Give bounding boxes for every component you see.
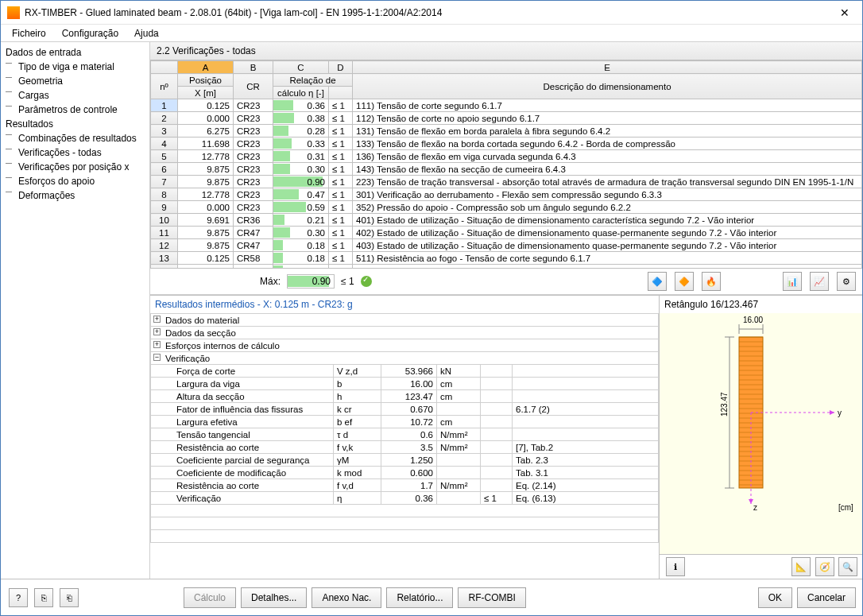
- cross-btn-2[interactable]: 🧭: [815, 557, 834, 576]
- footer: ? ⎘ ⎗ Cálculo Detalhes... Anexo Nac. Rel…: [1, 579, 862, 615]
- cancel-button[interactable]: Cancelar: [797, 587, 856, 608]
- info-icon[interactable]: ℹ: [666, 557, 685, 576]
- annex-button[interactable]: Anexo Nac.: [312, 587, 381, 608]
- tree-row[interactable]: Resistência ao cortef v,d1.7N/mm²Eq. (2.…: [151, 479, 659, 492]
- intermediate-panel: Resultados intermédios - X: 0.125 m - CR…: [150, 296, 660, 579]
- window-title: RX-TIMBER - Glued laminated beam - 2.08.…: [25, 7, 834, 18]
- cross-section-title: Retângulo 16/123.467: [660, 296, 862, 313]
- cross-section-panel: Retângulo 16/123.467 16.00 123.47: [660, 296, 862, 579]
- max-value: 0.90: [287, 274, 335, 289]
- sidebar-results-header: Resultados: [1, 117, 149, 131]
- table-row[interactable]: 79.875CR230.90≤ 1223) Tensão de tração t…: [151, 176, 862, 188]
- tree-row[interactable]: Altura da secçãoh123.47cm: [151, 390, 659, 403]
- main: 2.2 Verificações - todas ABCDE nºPosição…: [150, 42, 862, 579]
- calc-button[interactable]: Cálculo: [184, 587, 236, 608]
- menu-help[interactable]: Ajuda: [126, 26, 167, 41]
- max-label: Máx:: [260, 276, 281, 287]
- graph-btn[interactable]: 📊: [783, 272, 802, 291]
- svg-text:[cm]: [cm]: [838, 503, 853, 512]
- export-icon[interactable]: ⎘: [34, 588, 53, 607]
- close-icon[interactable]: ✕: [834, 5, 856, 21]
- tree-group[interactable]: +Esforços internos de cálculo: [151, 339, 659, 352]
- cross-section-canvas: 16.00 123.47 y z [cm]: [660, 313, 862, 554]
- sidebar: Dados de entrada Tipo de viga e material…: [1, 42, 150, 579]
- cross-btn-3[interactable]: 🔍: [838, 557, 857, 576]
- sidebar-item-input-1[interactable]: Geometria: [1, 74, 149, 88]
- tree-row[interactable]: Coeficiente de modificaçãok mod0.600Tab.…: [151, 467, 659, 479]
- sidebar-item-result-1[interactable]: Verificações - todas: [1, 145, 149, 160]
- table-row[interactable]: 129.875CR470.18≤ 1403) Estado de utiliza…: [151, 239, 862, 252]
- sidebar-item-result-0[interactable]: Combinações de resultados: [1, 131, 149, 145]
- tree-group[interactable]: −Verificação: [151, 352, 659, 365]
- import-icon[interactable]: ⎗: [60, 588, 79, 607]
- intermediate-title: Resultados intermédios - X: 0.125 m - CR…: [150, 296, 659, 313]
- table-row[interactable]: 812.778CR230.47≤ 1301) Verificação ao de…: [151, 188, 862, 201]
- filter-btn-3[interactable]: 🔥: [702, 272, 721, 291]
- table-row[interactable]: 109.691CR360.21≤ 1401) Estado de utiliza…: [151, 214, 862, 227]
- sidebar-item-input-3[interactable]: Parâmetros de controle: [1, 103, 149, 117]
- titlebar: RX-TIMBER - Glued laminated beam - 2.08.…: [1, 1, 862, 25]
- table-row[interactable]: 130.125CR580.18≤ 1511) Resistência ao fo…: [151, 252, 862, 265]
- svg-text:16.00: 16.00: [743, 316, 763, 324]
- settings-btn[interactable]: ⚙: [837, 272, 856, 291]
- table-row[interactable]: 512.778CR230.31≤ 1136) Tensão de flexão …: [151, 150, 862, 163]
- tree-row[interactable]: Largura efetivab ef10.72cm: [151, 416, 659, 428]
- report-button[interactable]: Relatório...: [386, 587, 453, 608]
- cross-section-svg: 16.00 123.47 y z [cm]: [660, 313, 862, 512]
- ok-icon: [361, 276, 372, 287]
- help-icon[interactable]: ?: [9, 588, 28, 607]
- sidebar-item-input-2[interactable]: Cargas: [1, 88, 149, 103]
- ok-button[interactable]: OK: [758, 587, 792, 608]
- intermediate-grid[interactable]: +Dados do material+Dados da secção+Esfor…: [150, 313, 659, 579]
- app-window: RX-TIMBER - Glued laminated beam - 2.08.…: [0, 0, 863, 616]
- svg-text:123.47: 123.47: [720, 392, 729, 416]
- filter-btn-1[interactable]: 🔷: [648, 272, 667, 291]
- sidebar-item-input-0[interactable]: Tipo de viga e material: [1, 60, 149, 74]
- sidebar-item-result-2[interactable]: Verificações por posição x: [1, 160, 149, 174]
- app-icon: [7, 6, 20, 19]
- menu-file[interactable]: Ficheiro: [4, 26, 54, 41]
- rfcombi-button[interactable]: RF-COMBI: [458, 587, 525, 608]
- tree-row[interactable]: Verificaçãoη0.36≤ 1Eq. (6.13): [151, 492, 659, 505]
- table-row[interactable]: 69.875CR230.30≤ 1143) Tensão de flexão n…: [151, 163, 862, 176]
- table-row[interactable]: 119.875CR470.30≤ 1402) Estado de utiliza…: [151, 227, 862, 239]
- tree-group[interactable]: +Dados do material: [151, 314, 659, 327]
- tree-row[interactable]: Coeficiente parcial de segurançaγM1.250T…: [151, 454, 659, 467]
- results-grid[interactable]: ABCDE nºPosiçãoCRRelação deDescrição do …: [150, 60, 862, 269]
- tree-row[interactable]: Fator de influência das fissurask cr0.67…: [151, 403, 659, 416]
- max-cond: ≤ 1: [341, 276, 354, 287]
- svg-marker-42: [830, 410, 834, 415]
- cross-btn-1[interactable]: 📐: [791, 557, 811, 576]
- tree-row[interactable]: Força de corteV z,d53.966kN: [151, 365, 659, 378]
- panel-title: 2.2 Verificações - todas: [150, 42, 862, 60]
- table-row[interactable]: 90.000CR230.59≤ 1352) Pressão do apoio -…: [151, 201, 862, 214]
- table-row[interactable]: 20.000CR230.38≤ 1112) Tensão de corte no…: [151, 112, 862, 125]
- sidebar-inputs-header: Dados de entrada: [1, 45, 149, 60]
- tree-row[interactable]: Largura da vigab16.00cm: [151, 378, 659, 390]
- menubar: Ficheiro Configuração Ajuda: [1, 25, 862, 42]
- menu-config[interactable]: Configuração: [54, 26, 126, 41]
- table-row[interactable]: 36.275CR230.28≤ 1131) Tensão de flexão e…: [151, 125, 862, 138]
- filter-btn-2[interactable]: 🔶: [675, 272, 694, 291]
- tree-row[interactable]: Tensão tangencialτ d0.6N/mm²: [151, 428, 659, 441]
- tree-row[interactable]: Resistência ao cortef v,k3.5N/mm²[7], Ta…: [151, 441, 659, 454]
- details-button[interactable]: Detalhes...: [241, 587, 307, 608]
- sidebar-item-result-3[interactable]: Esforços do apoio: [1, 174, 149, 188]
- max-row: Máx: 0.90 ≤ 1 🔷 🔶 🔥 📊 📈 ⚙: [150, 269, 862, 295]
- tree-group[interactable]: +Dados da secção: [151, 327, 659, 339]
- svg-text:y: y: [838, 409, 842, 417]
- table-row[interactable]: 411.698CR230.33≤ 1133) Tensão de flexão …: [151, 138, 862, 150]
- table-row[interactable]: 10.125CR230.36≤ 1111) Tensão de corte se…: [151, 99, 862, 112]
- svg-text:z: z: [753, 503, 757, 512]
- view-btn[interactable]: 📈: [810, 272, 829, 291]
- sidebar-item-result-4[interactable]: Deformações: [1, 188, 149, 203]
